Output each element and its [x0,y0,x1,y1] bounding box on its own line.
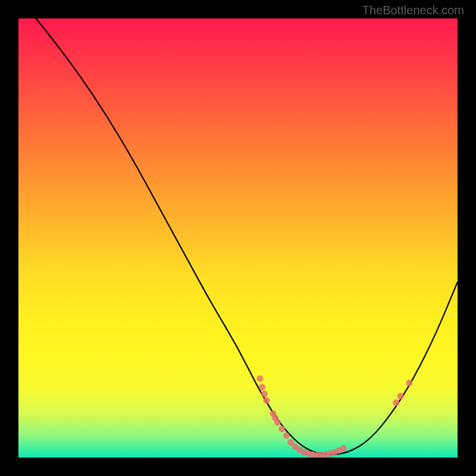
data-point [263,397,270,404]
data-point [256,375,263,382]
data-point [278,426,285,433]
data-point [406,380,412,386]
chart-svg [18,18,458,458]
chart-plot-area [18,18,458,458]
bottleneck-curve [36,18,458,455]
data-point [259,384,265,390]
watermark-text: TheBottleneck.com [362,4,464,17]
data-point [393,399,399,406]
data-point [340,445,347,452]
data-point [261,390,268,397]
data-point [397,393,404,399]
data-point [283,433,290,439]
data-point [274,419,281,425]
